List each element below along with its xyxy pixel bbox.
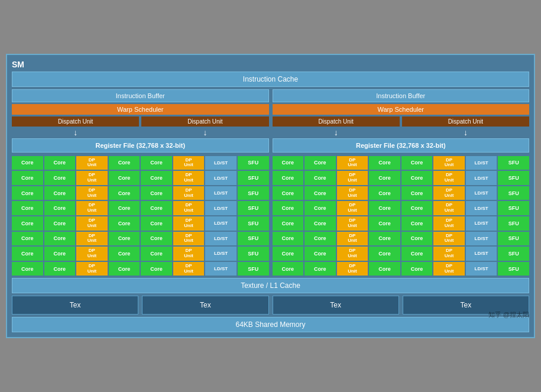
core-cell: Core [12, 262, 43, 276]
dp-cell: DPUnit [337, 232, 368, 246]
ldst-cell: LD/ST [205, 247, 237, 261]
core-cell: Core [44, 171, 76, 185]
right-warp-scheduler: Warp Scheduler [273, 104, 530, 115]
dp-cell: DPUnit [433, 247, 465, 261]
ldst-cell: LD/ST [205, 156, 237, 170]
core-cell: Core [12, 156, 43, 170]
dp-cell: DPUnit [433, 216, 465, 231]
dp-cell: DPUnit [76, 156, 108, 170]
dp-cell: DPUnit [173, 247, 205, 261]
dp-cell: DPUnit [76, 216, 108, 231]
ldst-cell: LD/ST [466, 216, 497, 231]
core-cell: Core [141, 201, 172, 215]
ldst-cell: LD/ST [466, 262, 497, 276]
ldst-cell: LD/ST [466, 186, 497, 200]
sfu-cell: SFU [238, 186, 269, 200]
ldst-cell: LD/ST [205, 216, 237, 231]
core-cell: Core [109, 232, 140, 246]
core-cell: Core [12, 216, 43, 231]
core-cell: Core [304, 247, 336, 261]
dp-cell: DPUnit [337, 201, 368, 215]
dp-cell: DPUnit [173, 232, 205, 246]
left-row-3: Core Core DPUnit Core Core DPUnit LD/ST … [12, 186, 269, 200]
dp-cell: DPUnit [173, 186, 205, 200]
sfu-cell: SFU [498, 262, 529, 276]
dp-cell: DPUnit [173, 171, 205, 185]
core-cell: Core [12, 171, 43, 185]
right-row-8: Core Core DPUnit Core Core DPUnit LD/ST … [273, 262, 530, 276]
right-dispatch-2: Dispatch Unit [402, 116, 529, 127]
ldst-cell: LD/ST [205, 232, 237, 246]
core-cell: Core [44, 186, 76, 200]
left-dispatch-2: Dispatch Unit [141, 116, 268, 127]
dp-cell: DPUnit [76, 171, 108, 185]
core-cell: Core [401, 171, 433, 185]
core-cell: Core [273, 247, 304, 261]
core-cell: Core [401, 216, 433, 231]
ldst-cell: LD/ST [466, 156, 497, 170]
core-cell: Core [109, 186, 140, 200]
instruction-cache: Instruction Cache [12, 72, 529, 87]
sfu-cell: SFU [238, 232, 269, 246]
core-cell: Core [12, 201, 43, 215]
core-cell: Core [304, 216, 336, 231]
dp-cell: DPUnit [76, 186, 108, 200]
core-cell: Core [109, 262, 140, 276]
tex-row: Tex Tex Tex Tex [12, 296, 529, 315]
core-cell: Core [273, 262, 304, 276]
ldst-cell: LD/ST [205, 171, 237, 185]
core-cell: Core [12, 247, 43, 261]
ldst-cell: LD/ST [466, 232, 497, 246]
core-cell: Core [304, 186, 336, 200]
core-cell: Core [369, 171, 400, 185]
sfu-cell: SFU [498, 171, 529, 185]
ldst-cell: LD/ST [205, 262, 237, 276]
core-cell: Core [304, 156, 336, 170]
right-row-2: Core Core DPUnit Core Core DPUnit LD/ST … [273, 171, 530, 185]
ldst-cell: LD/ST [466, 247, 497, 261]
core-cell: Core [109, 171, 140, 185]
core-cell: Core [141, 171, 172, 185]
dp-cell: DPUnit [337, 247, 368, 261]
dp-cell: DPUnit [433, 201, 465, 215]
sfu-cell: SFU [498, 186, 529, 200]
left-instr-buffer: Instruction Buffer [12, 89, 269, 102]
right-row-5: Core Core DPUnit Core Core DPUnit LD/ST … [273, 216, 530, 231]
left-row-8: Core Core DPUnit Core Core DPUnit LD/ST … [12, 262, 269, 276]
dp-cell: DPUnit [173, 216, 205, 231]
right-arrow-2: ↓ [402, 128, 529, 137]
core-cell: Core [369, 262, 400, 276]
core-cell: Core [44, 201, 76, 215]
tex-unit-3: Tex [273, 296, 399, 315]
right-dispatch-1: Dispatch Unit [273, 116, 400, 127]
core-cell: Core [369, 247, 400, 261]
dp-cell: DPUnit [337, 186, 368, 200]
tex-unit-1: Tex [12, 296, 138, 315]
sfu-cell: SFU [498, 201, 529, 215]
dp-cell: DPUnit [433, 262, 465, 276]
core-cell: Core [109, 247, 140, 261]
left-warp-scheduler: Warp Scheduler [12, 104, 269, 115]
sfu-cell: SFU [498, 232, 529, 246]
ldst-cell: LD/ST [205, 186, 237, 200]
core-cell: Core [109, 201, 140, 215]
sfu-cell: SFU [238, 171, 269, 185]
core-cell: Core [273, 216, 304, 231]
sfu-cell: SFU [498, 156, 529, 170]
left-cores-grid: Core Core DPUnit Core Core DPUnit LD/ST … [12, 156, 269, 276]
left-arrow-row: ↓ ↓ [12, 128, 269, 137]
core-cell: Core [273, 171, 304, 185]
core-cell: Core [44, 156, 76, 170]
right-instr-buffer: Instruction Buffer [273, 89, 530, 102]
right-arrow-1: ↓ [273, 128, 400, 137]
core-cell: Core [401, 232, 433, 246]
right-register-file: Register File (32,768 x 32-bit) [273, 138, 530, 153]
texture-l1-cache: Texture / L1 Cache [12, 278, 529, 293]
core-cell: Core [273, 201, 304, 215]
left-dispatch-row: Dispatch Unit Dispatch Unit [12, 116, 269, 127]
right-cores-grid: Core Core DPUnit Core Core DPUnit LD/ST … [273, 156, 530, 276]
shared-memory: 64KB Shared Memory [12, 317, 529, 332]
right-row-4: Core Core DPUnit Core Core DPUnit LD/ST … [273, 201, 530, 215]
left-row-5: Core Core DPUnit Core Core DPUnit LD/ST … [12, 216, 269, 231]
core-cell: Core [141, 156, 172, 170]
